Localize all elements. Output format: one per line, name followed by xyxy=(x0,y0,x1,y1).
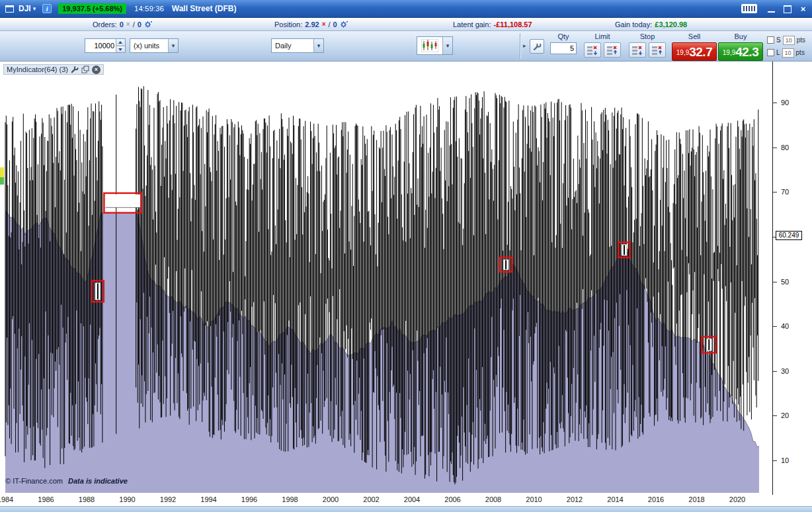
chart-style-button[interactable] xyxy=(417,36,453,55)
sell-price-main: 32.7 xyxy=(689,45,712,59)
panel-collapse-arrow-icon[interactable] xyxy=(523,42,526,49)
stop-checkbox-label: S xyxy=(776,36,781,44)
indicator-detach-icon[interactable] xyxy=(81,65,89,73)
close-position-icon[interactable] xyxy=(322,21,326,28)
x-axis-tick: 2018 xyxy=(688,495,704,503)
keyboard-icon[interactable] xyxy=(741,4,757,13)
orders-status: Orders: 0 / 0 xyxy=(93,18,152,31)
x-axis-tick: 1984 xyxy=(0,495,13,503)
x-axis-tick: 2006 xyxy=(444,495,460,503)
maximize-button[interactable] xyxy=(782,5,792,13)
toolbar-divider xyxy=(520,33,521,59)
x-axis-tick: 2014 xyxy=(607,495,623,503)
orders-settings-gear-icon[interactable] xyxy=(144,21,152,28)
wrench-icon xyxy=(533,42,542,51)
copyright-label: © IT-Finance.com xyxy=(5,477,63,485)
gain-today-status: Gain today: £3,120.98 xyxy=(615,18,687,31)
x-axis-tick: 1988 xyxy=(79,495,95,503)
left-edge-mark xyxy=(0,177,4,185)
cancel-orders-icon[interactable] xyxy=(126,21,130,28)
info-icon[interactable]: i xyxy=(42,4,52,13)
limit-checkbox[interactable] xyxy=(767,49,774,56)
units-select[interactable]: (x) units xyxy=(130,38,179,53)
limit-checkbox-label: L xyxy=(776,49,780,56)
stop-pts-input[interactable] xyxy=(783,36,795,45)
trading-app-window: DJI i 19,937.5 (+5.68%) 14:59:36 Wall St… xyxy=(0,0,812,512)
y-axis-tick: 80 xyxy=(781,144,789,151)
latent-gain-label: Latent gain: xyxy=(453,21,491,28)
y-axis-tick: 70 xyxy=(781,188,789,196)
x-axis-tick: 1996 xyxy=(241,495,257,503)
symbol-label[interactable]: DJI xyxy=(19,4,31,13)
window-icon xyxy=(5,5,14,13)
sell-button[interactable]: 19,932.7 xyxy=(672,42,717,61)
indicator-close-icon[interactable] xyxy=(92,65,101,74)
latent-gain-status: Latent gain: -£11,108.57 xyxy=(453,18,532,31)
position-settings-gear-icon[interactable] xyxy=(340,21,348,28)
left-edge-mark xyxy=(0,167,4,177)
buy-button[interactable]: 19,942.3 xyxy=(718,42,763,61)
limit-pts-unit: pts xyxy=(796,49,805,56)
y-axis-tick: 50 xyxy=(781,278,789,286)
buy-price-prefix: 19,9 xyxy=(723,49,735,57)
x-axis-tick: 2010 xyxy=(526,495,542,503)
gain-today-label: Gain today: xyxy=(615,21,652,28)
limit-pts-input[interactable] xyxy=(782,48,794,58)
latent-gain-value: -£11,108.57 xyxy=(494,21,532,28)
data-indicative-note: Data is indicative xyxy=(68,477,128,485)
x-axis-tick: 2012 xyxy=(567,495,583,503)
indicator-settings-wrench-icon[interactable] xyxy=(71,65,79,73)
y-axis-tick: 30 xyxy=(781,367,789,375)
limit-order-button-2[interactable] xyxy=(604,42,621,58)
status-bar: Orders: 0 / 0 Position: 2.92 / 0 Latent … xyxy=(0,18,812,31)
indicator-title: MyIndicator(64) (3) xyxy=(7,65,68,73)
y-axis-tick: 20 xyxy=(781,411,789,419)
chart-region: MyIndicator(64) (3) 60.249 9080706050403… xyxy=(0,62,812,506)
y-axis-tick: 90 xyxy=(781,99,789,107)
position-separator: / xyxy=(328,21,330,28)
x-axis-tick: 2000 xyxy=(323,495,339,503)
y-axis: 60.249 908070605040302010 xyxy=(772,62,812,495)
stop-order-button-1[interactable] xyxy=(629,42,646,58)
sell-price-prefix: 19,9 xyxy=(676,49,689,57)
stop-order-button-2[interactable] xyxy=(649,42,666,58)
x-axis-tick: 2008 xyxy=(485,495,501,503)
horizontal-scrollbar[interactable] xyxy=(0,506,812,512)
quantity-increment-icon[interactable] xyxy=(116,39,125,46)
x-axis-tick: 1986 xyxy=(38,495,54,503)
stop-pts-unit: pts xyxy=(797,36,805,44)
timeframe-select[interactable]: Daily xyxy=(271,38,324,53)
indicator-header: MyIndicator(64) (3) xyxy=(3,64,104,75)
quantity-decrement-icon[interactable] xyxy=(116,46,125,53)
quantity-input[interactable] xyxy=(85,39,116,52)
stop-checkbox[interactable] xyxy=(767,36,774,44)
quantity-stepper xyxy=(85,38,126,53)
qty-input[interactable] xyxy=(550,42,577,54)
x-axis-tick: 2002 xyxy=(363,495,379,503)
y-axis-tick: 40 xyxy=(781,322,789,330)
trade-settings-wrench-button[interactable] xyxy=(530,39,544,54)
toolbar: (x) units Daily Qty Limit xyxy=(0,31,812,62)
minimize-button[interactable] xyxy=(766,5,776,13)
chart-footer: © IT-Finance.com Data is indicative xyxy=(5,477,128,485)
price-badge: 19,937.5 (+5.68%) xyxy=(58,3,126,14)
x-axis-tick: 2020 xyxy=(729,495,745,503)
chart-style-dropdown-caret-icon[interactable] xyxy=(442,37,452,54)
close-button[interactable] xyxy=(798,5,808,13)
orders-label: Orders: xyxy=(93,21,117,28)
trading-panel: Qty Limit Stop Sell 19,932 xyxy=(522,31,812,62)
orders-separator: / xyxy=(133,21,135,28)
limit-label: Limit xyxy=(582,32,623,41)
timeframe-dropdown-caret-icon[interactable] xyxy=(313,39,323,52)
buy-label: Buy xyxy=(718,32,763,41)
y-axis-tick: 10 xyxy=(781,456,789,464)
market-name: Wall Street (DFB) xyxy=(172,4,237,13)
sell-label: Sell xyxy=(672,32,717,41)
stop-limit-settings: S pts L pts xyxy=(767,34,811,60)
indicator-chart[interactable] xyxy=(0,62,772,495)
symbol-dropdown-caret-icon[interactable] xyxy=(33,5,36,12)
limit-order-button-1[interactable] xyxy=(584,42,601,58)
units-dropdown-caret-icon[interactable] xyxy=(168,39,178,52)
clock: 14:59:36 xyxy=(134,5,164,13)
units-select-value: (x) units xyxy=(130,42,168,50)
